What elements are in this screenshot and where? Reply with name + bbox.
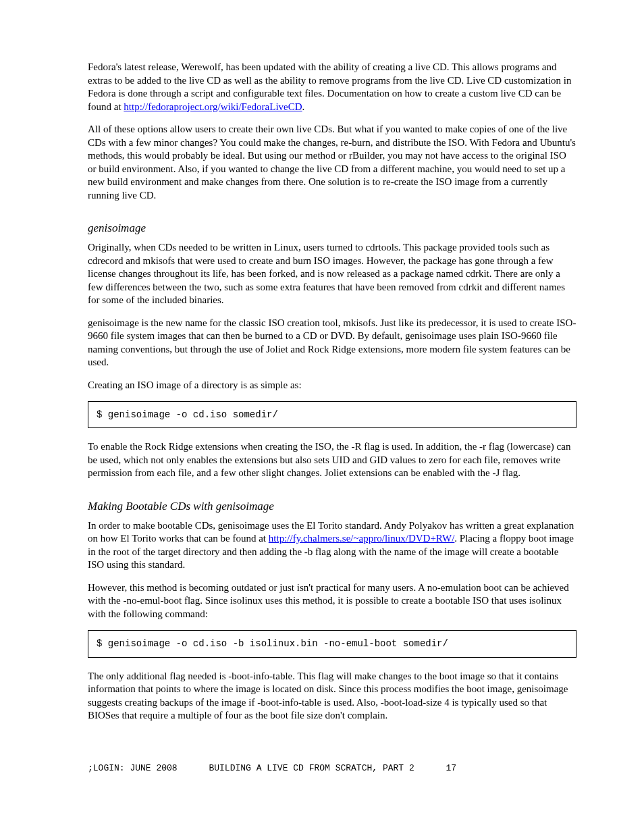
footer-center: BUILDING A LIVE CD FROM SCRATCH, PART 2	[209, 763, 414, 773]
paragraph-fedora: Fedora's latest release, Werewolf, has b…	[88, 61, 576, 113]
link-fedora-livecd[interactable]: http://fedoraproject.org/wiki/FedoraLive…	[124, 101, 302, 112]
paragraph-cdrtools: Originally, when CDs needed to be writte…	[88, 241, 576, 307]
heading-genisoimage: genisoimage	[88, 221, 576, 236]
paragraph-genisoimage-desc: genisoimage is the new name for the clas…	[88, 317, 576, 369]
code-block-genisoimage-boot: $ genisoimage -o cd.iso -b isolinux.bin …	[88, 630, 576, 657]
paragraph-bootinfotable: The only additional flag needed is -boot…	[88, 670, 576, 723]
paragraph-rockridge: To enable the Rock Ridge extensions when…	[88, 440, 576, 480]
paragraph-simple-as: Creating an ISO image of a directory is …	[88, 379, 576, 392]
page-footer: ;LOGIN: JUNE 2008 BUILDING A LIVE CD FRO…	[88, 763, 576, 775]
code-block-genisoimage-basic: $ genisoimage -o cd.iso somedir/	[88, 401, 576, 428]
paragraph-eltorito: In order to make bootable CDs, genisoima…	[88, 519, 576, 572]
paragraph-options: All of these options allow users to crea…	[88, 123, 576, 202]
text: .	[302, 101, 305, 112]
link-chalmers[interactable]: http://fy.chalmers.se/~appro/linux/DVD+R…	[269, 533, 455, 544]
paragraph-outdated: However, this method is becoming outdate…	[88, 581, 576, 621]
heading-bootable: Making Bootable CDs with genisoimage	[88, 499, 576, 514]
footer-left: ;LOGIN: JUNE 2008	[88, 763, 178, 773]
footer-right: 17	[446, 763, 457, 773]
